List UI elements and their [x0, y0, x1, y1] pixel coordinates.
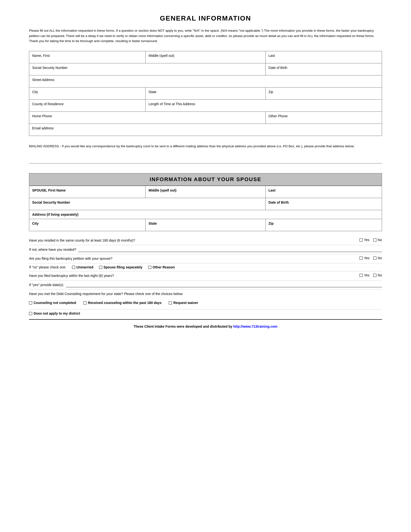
- q1-no-text: No: [378, 238, 382, 242]
- county-length-row: County of Residence Length of Time at Th…: [29, 99, 382, 112]
- q3-no-text: No: [378, 256, 382, 260]
- q1-no-label[interactable]: No: [373, 238, 382, 242]
- phone-row: Home Phone Other Phone: [29, 112, 382, 124]
- q7-opt2-text: Received counseling within the past 180 …: [88, 300, 161, 305]
- q4-other-label[interactable]: Other Reason: [148, 265, 175, 269]
- ssn-dob-row: Social Security Number Date of Birth: [29, 63, 382, 75]
- question-1-text: Have you resided in the same county for …: [29, 238, 355, 243]
- question-8-row: Does not apply to my district: [29, 310, 382, 320]
- zip-label: Zip: [265, 87, 382, 99]
- email-row: Email address: [29, 124, 382, 136]
- question-5-row: Have you filed bankruptcy within the las…: [29, 271, 382, 281]
- q7-opt2-label[interactable]: Received counseling within the past 180 …: [84, 300, 161, 305]
- spouse-name-row: SPOUSE, First Name Middle (spell out) La…: [29, 186, 382, 198]
- footer-link[interactable]: http://www.713training.com: [233, 324, 277, 328]
- length-time-label: Length of Time at This Address: [146, 99, 382, 112]
- street-row: Street Address: [29, 75, 382, 87]
- q5-no-label[interactable]: No: [373, 273, 382, 277]
- q4-unmarried-text: Unmarried: [76, 265, 93, 269]
- ssn-label: Social Security Number: [29, 63, 266, 75]
- q4-unmarried-checkbox[interactable]: [72, 266, 75, 269]
- name-row: Name, First Middle (spell out) Last: [29, 51, 382, 63]
- question-5-text: Have you filed bankruptcy within the las…: [29, 273, 355, 278]
- question-2-text: If not, where have you resided?: [29, 248, 76, 251]
- mailing-section: MAILING ADDRESS - If you would like any …: [29, 141, 382, 164]
- q1-yes-text: Yes: [364, 238, 369, 242]
- spouse-city-state-zip-row: City State Zip: [29, 219, 382, 231]
- question-2-row: If not, where have you resided?: [29, 245, 382, 254]
- question-3-text: Are you filing this bankruptcy petition …: [29, 256, 355, 261]
- personal-info-table: Name, First Middle (spell out) Last Soci…: [29, 51, 382, 136]
- street-address-label: Street Address: [29, 75, 382, 87]
- q7-text: Have you met the Debt Counseling require…: [29, 291, 382, 296]
- q4-other-checkbox[interactable]: [148, 266, 151, 269]
- q7-opt3-label[interactable]: Request waiver: [169, 300, 198, 305]
- spouse-ssn-label: Social Security Number: [29, 198, 266, 210]
- question-1-row: Have you resided in the same county for …: [29, 236, 382, 245]
- name-last-label: Last: [265, 51, 382, 63]
- q3-yes-label[interactable]: Yes: [360, 256, 369, 260]
- spouse-zip-label: Zip: [265, 219, 382, 231]
- q5-no-text: No: [378, 273, 382, 277]
- q1-yes-no: Yes No: [360, 238, 382, 242]
- q5-yes-checkbox[interactable]: [360, 274, 363, 277]
- q1-yes-checkbox[interactable]: [360, 238, 363, 242]
- spouse-header: INFORMATION ABOUT YOUR SPOUSE: [29, 173, 382, 186]
- email-label: Email address: [29, 124, 382, 136]
- name-middle-label: Middle (spell out): [146, 51, 265, 63]
- q8-checkbox[interactable]: [29, 312, 32, 315]
- county-label: County of Residence: [29, 99, 146, 112]
- spouse-state-label: State: [146, 219, 265, 231]
- q4-unmarried-label[interactable]: Unmarried: [72, 265, 93, 269]
- spouse-first-label: SPOUSE, First Name: [29, 186, 146, 198]
- q6-answer-field[interactable]: [66, 283, 382, 287]
- spouse-ssn-dob-row: Social Security Number Date of Birth: [29, 198, 382, 210]
- spouse-last-label: Last: [265, 186, 382, 198]
- q4-label: If "no" please check one:: [29, 265, 66, 269]
- q3-no-label[interactable]: No: [373, 256, 382, 260]
- q4-spouse-sep-checkbox[interactable]: [99, 266, 102, 269]
- question-6-row: If "yes" provide date(s):: [29, 281, 382, 289]
- q3-no-checkbox[interactable]: [373, 256, 376, 260]
- question-4-row: If "no" please check one: Unmarried Spou…: [29, 263, 382, 271]
- q7-opt1-checkbox[interactable]: [29, 301, 32, 304]
- spouse-middle-label: Middle (spell out): [146, 186, 265, 198]
- spouse-dob-label: Date of Birth: [265, 198, 382, 210]
- q7-opt3-text: Request waiver: [173, 300, 198, 305]
- q7-opt1-text: Counseling not completed: [34, 300, 76, 305]
- state-label: State: [146, 87, 265, 99]
- q7-opt2-checkbox[interactable]: [84, 301, 86, 304]
- city-state-zip-row: City State Zip: [29, 87, 382, 99]
- spouse-address-label-row: Address (if living separately): [29, 210, 382, 219]
- q5-yes-text: Yes: [364, 273, 369, 277]
- q3-yes-checkbox[interactable]: [360, 256, 363, 260]
- mailing-text: MAILING ADDRESS - If you would like any …: [29, 144, 382, 149]
- dob-label: Date of Birth: [265, 63, 382, 75]
- q6-label: If "yes" provide date(s):: [29, 283, 64, 287]
- spouse-city-label: City: [29, 219, 146, 231]
- page-title: GENERAL INFORMATION: [29, 15, 382, 22]
- q2-answer-field[interactable]: [78, 247, 382, 252]
- spouse-section: INFORMATION ABOUT YOUR SPOUSE SPOUSE, Fi…: [29, 173, 382, 231]
- q7-opt1-label[interactable]: Counseling not completed: [29, 300, 76, 305]
- footer-text: These Client Intake Forms were developed…: [134, 324, 233, 328]
- q8-label[interactable]: Does not apply to my district: [29, 312, 80, 315]
- spouse-address-label: Address (if living separately): [29, 210, 382, 219]
- question-3-row: Are you filing this bankruptcy petition …: [29, 254, 382, 263]
- q4-spouse-sep-text: Spouse filing separately: [103, 265, 142, 269]
- q8-text: Does not apply to my district: [34, 312, 80, 315]
- q7-options-row: Counseling not completed Received counse…: [29, 298, 382, 307]
- q4-spouse-sep-label[interactable]: Spouse filing separately: [99, 265, 142, 269]
- name-first-label: Name, First: [29, 51, 146, 63]
- q1-no-checkbox[interactable]: [373, 238, 376, 242]
- other-phone-label: Other Phone: [265, 112, 382, 124]
- q5-yes-label[interactable]: Yes: [360, 273, 369, 277]
- spouse-table: SPOUSE, First Name Middle (spell out) La…: [29, 186, 382, 231]
- q5-no-checkbox[interactable]: [373, 274, 376, 277]
- intro-text: Please fill out ALL the information requ…: [29, 28, 382, 44]
- q5-yes-no: Yes No: [360, 273, 382, 277]
- q7-opt3-checkbox[interactable]: [169, 301, 172, 304]
- q1-yes-label[interactable]: Yes: [360, 238, 369, 242]
- question-7-row: Have you met the Debt Counseling require…: [29, 289, 382, 310]
- home-phone-label: Home Phone: [29, 112, 266, 124]
